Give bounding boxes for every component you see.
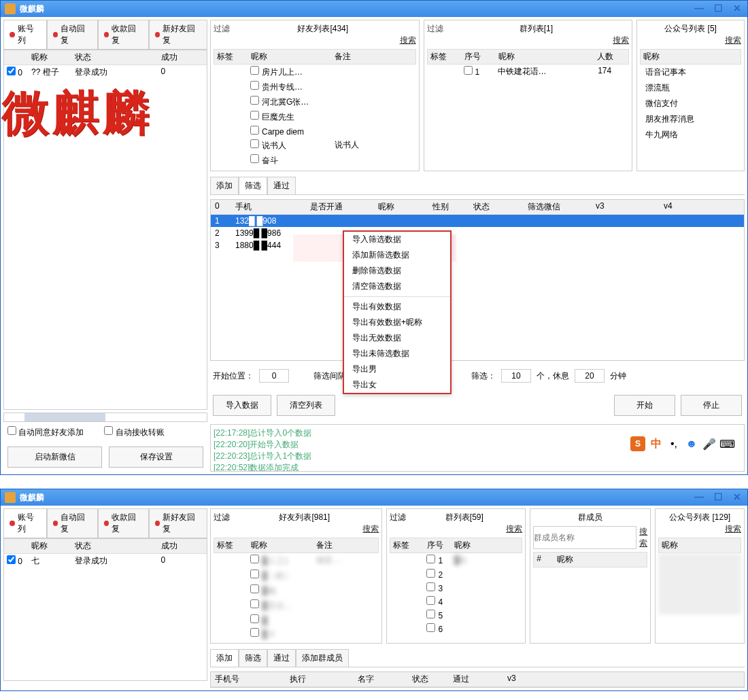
left-tabbar: 账号列 自动回复 收款回复 新好友回复 [3,20,207,50]
groups-panel: 过滤群列表[1] 搜索 标签序号昵称人数 1中铁建花语…174 [424,20,633,171]
tab-pass[interactable]: 通过 [267,177,296,194]
menu-export-male[interactable]: 导出男 [344,362,450,377]
public-accounts-panel: 公众号列表 [129] 搜索 昵称 [655,508,745,644]
window-title: 微麒麟 [20,492,44,504]
account-checkbox[interactable] [7,67,16,75]
action-tabbar: 添加 筛选 通过 [210,177,745,195]
account-row[interactable]: 0 七 登录成功 0 [4,554,207,568]
friends-panel: 过滤好友列表[434] 搜索 标签昵称备注 房片儿上… 贵州专线… 河北冀G张…… [210,20,420,171]
filter-row[interactable]: 31880█ █444 [211,239,744,251]
window-title: 微麒麟 [20,3,44,15]
ime-lang-icon[interactable]: 中 [649,437,663,451]
pubs-title: 公众号列表 [5] [640,23,741,35]
start-button[interactable]: 开始 [614,395,675,416]
account-row[interactable]: 0 ?? 橙子 登录成功 0 [4,65,207,80]
app-icon [5,492,16,503]
sogou-ime-icon[interactable]: S [630,436,645,451]
col-nick: 昵称 [31,52,75,63]
ime-keyboard-icon[interactable]: ⌨ [720,437,734,451]
titlebar: 微麒麟 — ☐ ✕ [1,489,747,506]
tab-autoreply[interactable]: 自动回复 [47,508,98,538]
menu-delete-filter[interactable]: 删除筛选数据 [344,263,450,279]
auto-recv-checkbox[interactable]: 自动接收转账 [104,426,164,438]
member-name-input[interactable] [533,526,636,549]
window-1: 微麒麟 — ☐ ✕ 微麒麟 账号列 自动回复 收款回复 新好友回复 昵称 状态 [0,0,748,475]
menu-export-unfiltered[interactable]: 导出未筛选数据 [344,346,450,362]
ime-punct-icon[interactable]: •, [667,437,681,451]
col-checkbox [7,52,31,63]
filter-row[interactable]: 21399█ █986 [211,227,744,239]
account-table: 昵称 状态 成功 0 ?? 橙子 登录成功 0 [3,50,207,410]
menu-export-invalid[interactable]: 导出无效数据 [344,330,450,346]
app-icon [5,3,16,14]
tab-payreply[interactable]: 收款回复 [98,508,149,538]
minimize-icon[interactable]: — [692,2,707,14]
ime-emoji-icon[interactable]: ☻ [685,437,698,451]
menu-import-filter[interactable]: 导入筛选数据 [344,232,450,247]
tab-add[interactable]: 添加 [210,649,239,667]
tab-filter[interactable]: 筛选 [239,649,267,667]
close-icon[interactable]: ✕ [730,2,745,14]
menu-export-valid[interactable]: 导出有效数据 [344,299,450,315]
menu-export-valid-nick[interactable]: 导出有效数据+昵称 [344,315,450,330]
tab-pass[interactable]: 通过 [267,649,296,667]
context-menu: 导入筛选数据 添加新筛选数据 删除筛选数据 清空筛选数据 导出有效数据 导出有效… [343,230,452,394]
groups-title: 群列表[1] [520,23,553,35]
save-settings-button[interactable]: 保存设置 [109,447,203,468]
scrollbar-h[interactable] [3,413,207,422]
filter-params: 开始位置： 筛选间隔：-秒 筛选：个，休息分钟 [210,365,745,387]
col-blank [118,52,161,63]
clear-list-button[interactable]: 清空列表 [277,395,335,416]
friends-search-link[interactable]: 搜索 [214,35,416,46]
tab-payreply[interactable]: 收款回复 [98,20,149,49]
col-success: 成功 [161,52,205,63]
menu-export-female[interactable]: 导出女 [344,377,450,393]
import-data-button[interactable]: 导入数据 [213,395,271,416]
pubs-search-link[interactable]: 搜索 [640,35,741,46]
group-members-panel: 群成员 搜索 #昵称 [530,508,651,644]
filter-table: 0 手机 是否开通 昵称 性别 状态 筛选微信 v3 v4 1132█ █908… [210,199,745,361]
ime-toolbar: S 中 •, ☻ 🎤 ⌨ [630,436,734,451]
friends-search-link[interactable]: 搜索 [214,523,379,535]
action-tabbar: 添加 筛选 通过 添加群成员 [210,649,745,667]
tab-add-members[interactable]: 添加群成员 [296,649,349,667]
rest-input[interactable] [575,369,605,383]
auto-agree-checkbox[interactable]: 自动同意好友添加 [7,426,84,438]
tab-newfriend[interactable]: 新好友回复 [149,20,207,49]
tab-autoreply[interactable]: 自动回复 [47,20,98,49]
titlebar: 微麒麟 — ☐ ✕ [1,1,747,17]
filter-count-input[interactable] [501,369,531,383]
tab-newfriend[interactable]: 新好友回复 [149,508,207,538]
public-accounts-panel: 公众号列表 [5] 搜索 昵称 语音记事本 漂流瓶 微信支付 朋友推荐消息 牛九… [636,20,745,171]
tab-filter[interactable]: 筛选 [239,177,267,194]
tab-add[interactable]: 添加 [210,177,239,194]
ime-mic-icon[interactable]: 🎤 [702,437,716,451]
menu-add-filter[interactable]: 添加新筛选数据 [344,247,450,263]
minimize-icon[interactable]: — [692,491,707,503]
start-pos-input[interactable] [259,369,289,383]
groups-panel: 过滤群列表[59] 搜索 标签序号昵称 1█队 2 3 4 5 6 [386,508,526,644]
close-icon[interactable]: ✕ [730,491,745,503]
tab-accounts[interactable]: 账号列 [3,508,47,538]
filter-row[interactable]: 1132█ █908 [211,215,744,227]
window-2: 微麒麟 — ☐ ✕ 账号列 自动回复 收款回复 新好友回复 昵称 状态 成功 [0,489,748,691]
groups-search-link[interactable]: 搜索 [427,35,630,46]
maximize-icon[interactable]: ☐ [711,2,726,14]
friends-panel: 过滤好友列表[981] 搜索 标签昵称备注 █人工1猫亚… █（彬） █杨 █安… [210,508,382,644]
maximize-icon[interactable]: ☐ [711,491,726,503]
friends-title: 好友列表[434] [297,23,348,35]
stop-button[interactable]: 停止 [681,395,742,416]
tab-accounts[interactable]: 账号列 [3,20,47,49]
groups-search-link[interactable]: 搜索 [390,523,522,535]
launch-wechat-button[interactable]: 启动新微信 [7,447,102,468]
col-status: 状态 [75,52,118,63]
menu-clear-filter[interactable]: 清空筛选数据 [344,279,450,294]
